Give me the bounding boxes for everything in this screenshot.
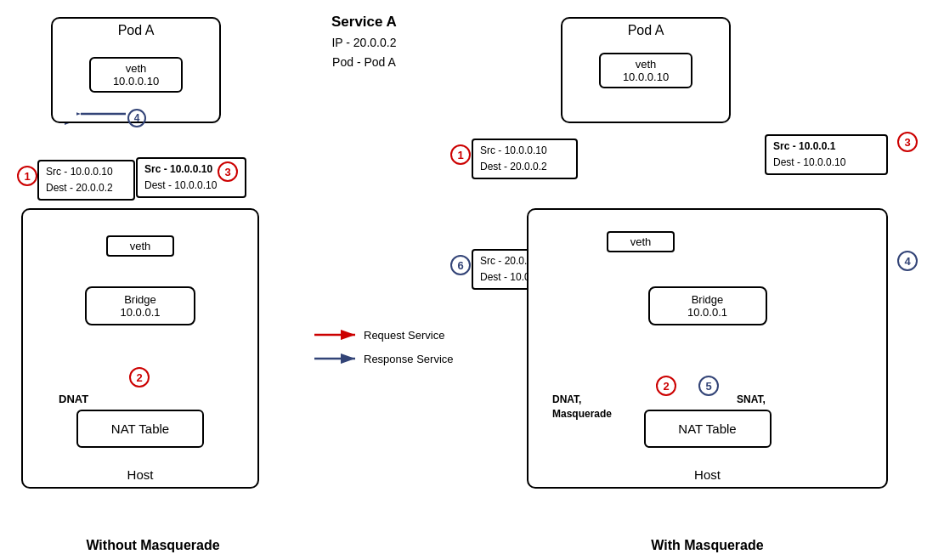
legend-response: Response Service <box>313 351 454 366</box>
right-packet3-box: Src - 10.0.0.1 Dest - 10.0.0.10 <box>765 134 888 175</box>
left-veth-box: veth10.0.0.10 <box>89 57 183 93</box>
right-veth-connector: veth <box>607 231 675 252</box>
right-nat-label: NAT Table <box>678 421 736 436</box>
right-pod-box: Pod A veth10.0.0.10 <box>561 17 731 123</box>
service-ip: IP - 20.0.0.2 <box>331 33 397 52</box>
left-step3-circle: 3 <box>218 161 238 182</box>
left-nat-box: NAT Table <box>76 410 204 448</box>
right-host-box: Bridge10.0.0.1 2 5 DNAT,Masquerade SNAT,… <box>527 208 888 489</box>
right-veth-box: veth10.0.0.10 <box>599 53 692 88</box>
right-host-label: Host <box>529 467 886 482</box>
right-p3-dest: Dest - 10.0.0.10 <box>773 155 879 171</box>
left-p1-dest: Dest - 20.0.0.2 <box>46 180 127 196</box>
right-step5-circle: 5 <box>698 376 719 396</box>
diagram-container: Service A IP - 20.0.0.2 Pod - Pod A Pod … <box>0 0 927 560</box>
service-info: Service A IP - 20.0.0.2 Pod - Pod A <box>331 10 397 71</box>
right-p1-src: Src - 10.0.0.10 <box>480 143 569 159</box>
right-dnat-masquerade-label: DNAT,Masquerade <box>552 393 612 421</box>
service-pod: Pod - Pod A <box>331 53 397 71</box>
left-nat-label: NAT Table <box>111 421 169 436</box>
right-step3-circle: 3 <box>897 132 918 152</box>
right-nat-box: NAT Table <box>644 410 772 448</box>
right-step4-circle: 4 <box>897 251 918 271</box>
left-host-label: Host <box>23 467 257 482</box>
left-dnat-label: DNAT <box>59 393 88 405</box>
left-caption: Without Masquerade <box>21 538 285 553</box>
legend: Request Service Response Service <box>313 327 454 373</box>
legend-request-arrow <box>313 327 359 342</box>
right-caption: With Masquerade <box>527 538 888 553</box>
right-step2-circle: 2 <box>656 376 676 396</box>
right-pod-label: Pod A <box>562 19 729 40</box>
left-pod-label: Pod A <box>53 19 219 40</box>
right-p1-dest: Dest - 20.0.0.2 <box>480 159 569 175</box>
legend-response-arrow <box>313 351 359 366</box>
left-bridge-box: Bridge10.0.0.1 <box>85 286 195 325</box>
step4-blue-arrow-svg <box>76 105 127 122</box>
service-title: Service A <box>331 10 397 33</box>
left-veth-label: veth10.0.0.10 <box>96 62 176 88</box>
legend-request: Request Service <box>313 327 454 342</box>
right-p3-src: Src - 10.0.0.1 <box>773 139 879 155</box>
left-step2-circle: 2 <box>129 367 150 387</box>
step4-circle-left: 4 <box>127 109 146 127</box>
right-step6-circle: 6 <box>450 255 471 275</box>
right-step1-circle: 1 <box>450 144 471 165</box>
left-p1-src: Src - 10.0.0.10 <box>46 164 127 180</box>
left-step1-circle: 1 <box>17 166 37 186</box>
step4-arrow-indicator: 4 <box>76 105 127 122</box>
right-bridge-box: Bridge10.0.0.1 <box>648 286 767 325</box>
legend-request-label: Request Service <box>364 329 444 342</box>
left-veth-connector: veth <box>106 235 174 257</box>
left-host-box: veth Bridge10.0.0.1 2 DNAT NAT Table Hos… <box>21 208 259 489</box>
left-packet1-box: Src - 10.0.0.10 Dest - 20.0.0.2 <box>37 160 135 201</box>
right-packet1-box: Src - 10.0.0.10 Dest - 20.0.0.2 <box>472 139 578 179</box>
legend-response-label: Response Service <box>364 353 454 365</box>
